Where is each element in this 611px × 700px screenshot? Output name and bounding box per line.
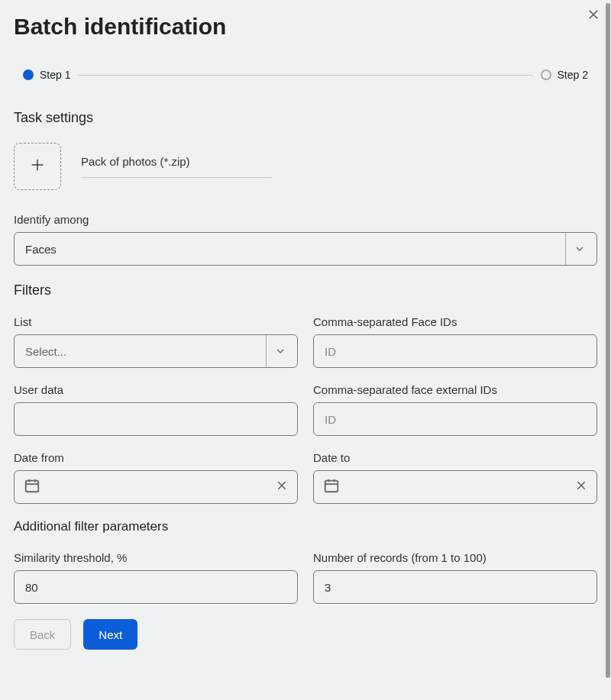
step-line — [78, 75, 532, 76]
calendar-icon — [24, 477, 40, 497]
identify-among-value: Faces — [25, 243, 57, 256]
clear-date-from-button[interactable] — [276, 479, 288, 495]
records-label: Number of records (from 1 to 100) — [313, 551, 597, 564]
step-dot-inactive-icon — [541, 69, 551, 80]
svg-rect-4 — [26, 481, 39, 492]
date-to-label: Date to — [313, 451, 597, 464]
identify-among-label: Identify among — [14, 213, 597, 226]
svg-rect-10 — [325, 481, 338, 492]
date-from-label: Date from — [14, 451, 298, 464]
page-title: Batch identification — [14, 14, 597, 40]
stepper: Step 1 Step 2 — [14, 69, 597, 81]
similarity-label: Similarity threshold, % — [14, 551, 298, 564]
records-input-wrap — [313, 570, 597, 604]
step-1[interactable]: Step 1 — [23, 69, 70, 81]
similarity-input[interactable] — [25, 571, 286, 603]
calendar-icon — [323, 477, 340, 497]
plus-icon — [29, 156, 46, 176]
ext-ids-input[interactable] — [325, 403, 586, 435]
scrollbar[interactable] — [605, 0, 611, 700]
filters-heading: Filters — [14, 282, 597, 298]
clear-date-to-button[interactable] — [575, 479, 587, 495]
user-data-input-wrap — [14, 402, 298, 436]
date-to-input[interactable] — [313, 470, 597, 504]
face-ids-input[interactable] — [325, 335, 586, 367]
step-dot-active-icon — [23, 69, 34, 80]
upload-photos-button[interactable] — [14, 143, 61, 190]
list-label: List — [14, 315, 298, 328]
identify-among-select[interactable]: Faces — [14, 232, 597, 266]
ext-ids-input-wrap — [313, 402, 597, 436]
step-2-label: Step 2 — [558, 69, 588, 81]
step-1-label: Step 1 — [40, 69, 70, 81]
task-settings-heading: Task settings — [14, 110, 597, 126]
chevron-down-icon — [565, 233, 586, 265]
list-placeholder: Select... — [25, 345, 66, 358]
similarity-input-wrap — [14, 570, 298, 604]
date-from-input[interactable] — [14, 470, 298, 504]
face-ids-input-wrap — [313, 334, 597, 368]
records-input[interactable] — [325, 571, 586, 603]
scrollbar-thumb[interactable] — [606, 3, 610, 678]
upload-photos-label: Pack of photos (*.zip) — [81, 155, 272, 178]
close-button[interactable] — [587, 8, 600, 24]
chevron-down-icon — [266, 335, 286, 367]
user-data-label: User data — [14, 383, 298, 396]
ext-ids-label: Comma-separated face external IDs — [313, 383, 597, 396]
face-ids-label: Comma-separated Face IDs — [313, 315, 597, 328]
additional-params-heading: Additional filter parameters — [14, 519, 597, 534]
step-2[interactable]: Step 2 — [541, 69, 588, 81]
next-button[interactable]: Next — [83, 619, 137, 650]
back-button: Back — [14, 619, 71, 650]
user-data-input[interactable] — [25, 403, 286, 435]
list-select[interactable]: Select... — [14, 334, 298, 368]
